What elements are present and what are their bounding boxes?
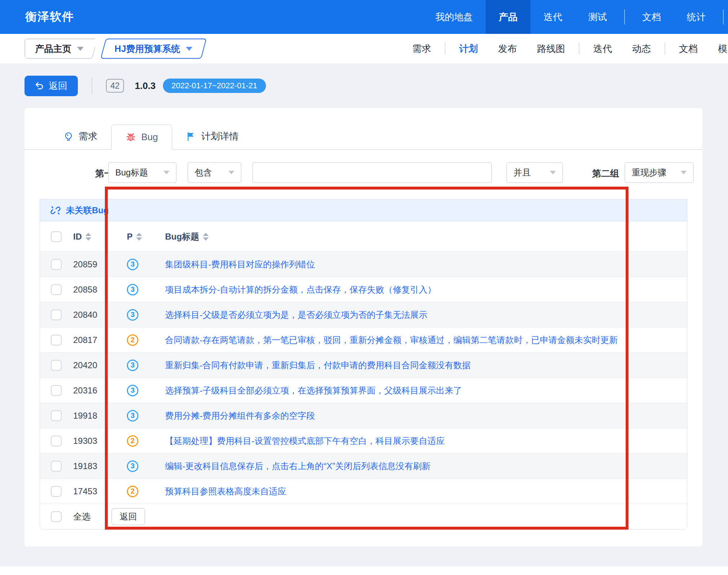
row-checkbox[interactable] <box>51 486 62 497</box>
subnav-item-release[interactable]: 发布 <box>488 43 527 55</box>
table-row: 19303 2 【延期处理】费用科目-设置管控模式底部下午有空白，科目展示要自适… <box>40 428 687 454</box>
table-row: 20316 3 选择预算-子级科目全部必须立项，在选择预算预算界面，父级科目展示… <box>40 378 687 403</box>
row-checkbox[interactable] <box>51 385 62 396</box>
bug-title-link[interactable]: 【延期处理】费用科目-设置管控模式底部下午有空白，科目展示要自适应 <box>165 435 445 447</box>
table-row: 20858 3 项目成本拆分-自动计算的拆分金额，点击保存，保存失败（修复引入） <box>40 277 687 302</box>
table-row: 20420 3 重新归集-合同有付款申请，重新归集后，付款申请的费用科目合同金额… <box>40 353 687 378</box>
chevron-down-icon <box>77 47 84 51</box>
sort-icon[interactable] <box>85 233 91 241</box>
chevron-down-icon <box>550 171 556 174</box>
back-button-label: 返回 <box>49 80 67 92</box>
brand-logo[interactable]: 衡泽软件 <box>25 9 74 25</box>
unlink-icon <box>50 205 61 216</box>
table-header: ID P Bug标题 <box>40 222 687 252</box>
nav-divider <box>624 9 625 24</box>
bug-title-link[interactable]: 费用分摊-费用分摊组件有多余的空字段 <box>165 410 315 422</box>
tab-story-label: 需求 <box>79 130 97 143</box>
subnav-item-doc[interactable]: 文档 <box>669 43 708 55</box>
nav-item-my-zone[interactable]: 我的地盘 <box>422 0 486 34</box>
breadcrumb-product[interactable]: HJ费用预算系统 <box>100 39 207 59</box>
select-all-checkbox-bottom[interactable] <box>51 511 62 522</box>
content-card: 需求 Bug 计划详情 第一组 Bug标题 包含 <box>25 108 702 547</box>
column-header-id[interactable]: ID <box>73 232 125 242</box>
subnav-item-story[interactable]: 需求 <box>402 43 441 55</box>
row-checkbox[interactable] <box>51 259 62 270</box>
priority-badge: 3 <box>127 385 138 396</box>
footer-back-button[interactable]: 返回 <box>111 508 145 525</box>
subnav-item-module[interactable]: 模 <box>708 43 728 55</box>
nav-item-stats[interactable]: 统计 <box>674 0 719 34</box>
nav-item-test[interactable]: 测试 <box>575 0 620 34</box>
subnav-item-dynamics[interactable]: 动态 <box>622 43 661 55</box>
bug-title-link[interactable]: 重新归集-合同有付款申请，重新归集后，付款申请的费用科目合同金额没有数据 <box>165 360 471 371</box>
row-checkbox[interactable] <box>51 461 62 472</box>
subnav-item-iteration[interactable]: 迭代 <box>583 43 622 55</box>
bug-title-link[interactable]: 选择预算-子级科目全部必须立项，在选择预算预算界面，父级科目展示出来了 <box>165 385 462 396</box>
bug-title-link[interactable]: 编辑-更改科目信息保存后，点击右上角的“X”关闭后列表信息没有刷新 <box>165 460 430 472</box>
subnav-divider <box>665 43 665 55</box>
breadcrumb-product-label: HJ费用预算系统 <box>115 43 180 55</box>
bug-title-link[interactable]: 预算科目参照表格高度未自适应 <box>165 486 286 497</box>
tab-story[interactable]: 需求 <box>50 124 111 149</box>
filter-operator-value: 包含 <box>195 167 212 178</box>
tab-bug[interactable]: Bug <box>111 124 172 150</box>
nav-item-product[interactable]: 产品 <box>486 0 531 34</box>
bug-title-link[interactable]: 合同请款-存在两笔请款，第一笔已审核，驳回，重新分摊金额，审核通过，编辑第二笔请… <box>165 334 618 346</box>
product-subnav: 需求 计划 发布 路线图 迭代 动态 文档 模 <box>402 43 728 55</box>
row-checkbox[interactable] <box>51 335 62 346</box>
column-header-priority[interactable]: P <box>125 232 165 242</box>
undo-icon <box>35 81 44 90</box>
select-all-checkbox[interactable] <box>51 231 62 242</box>
priority-badge: 2 <box>127 435 138 447</box>
nav-item-doc[interactable]: 文档 <box>629 0 674 34</box>
row-checkbox[interactable] <box>51 309 62 320</box>
priority-badge: 3 <box>127 410 138 422</box>
nav-divider <box>723 9 724 24</box>
bug-id: 20817 <box>73 335 125 345</box>
main-nav: 我的地盘 产品 迭代 测试 文档 统计 <box>422 0 728 34</box>
subnav-divider <box>445 43 445 55</box>
row-checkbox[interactable] <box>51 436 62 446</box>
filter-field-value: Bug标题 <box>115 167 148 178</box>
bug-title-link[interactable]: 项目成本拆分-自动计算的拆分金额，点击保存，保存失败（修复引入） <box>165 284 436 295</box>
tab-plan-detail[interactable]: 计划详情 <box>172 124 252 149</box>
toolbar-divider <box>92 77 92 94</box>
bug-id: 20858 <box>73 285 125 295</box>
filter-field-select[interactable]: Bug标题 <box>108 162 177 183</box>
bug-id: 19303 <box>73 436 125 446</box>
bug-id: 20859 <box>73 259 125 269</box>
priority-badge: 3 <box>127 309 138 321</box>
bug-id: 17453 <box>73 486 125 496</box>
breadcrumb-home[interactable]: 产品主页 <box>25 39 95 59</box>
table-body: 20859 3 集团级科目-费用科目对应的操作列错位 20858 3 项目成本拆… <box>40 252 687 504</box>
bug-title-link[interactable]: 选择科目-父级是否必须立项为是，是否必须立项为否的子集无法展示 <box>165 309 427 321</box>
unlinked-bug-link[interactable]: 未关联Bug <box>66 205 109 216</box>
bug-title-link[interactable]: 集团级科目-费用科目对应的操作列错位 <box>165 259 315 270</box>
filter-conjunction-select[interactable]: 并且 <box>506 162 563 183</box>
bug-id: 19918 <box>73 411 125 421</box>
row-checkbox[interactable] <box>51 360 62 371</box>
filter-group2-label: 第二组 <box>592 168 619 179</box>
priority-badge: 3 <box>127 460 138 472</box>
filter-keyword-input[interactable] <box>252 162 492 183</box>
bug-id: 20420 <box>73 360 125 370</box>
count-badge: 42 <box>106 79 124 93</box>
subnav-item-plan[interactable]: 计划 <box>449 43 488 55</box>
bug-id: 19183 <box>73 461 125 471</box>
nav-item-iteration[interactable]: 迭代 <box>531 0 575 34</box>
column-header-title[interactable]: Bug标题 <box>165 231 687 242</box>
row-checkbox[interactable] <box>51 410 62 421</box>
sort-icon[interactable] <box>136 233 142 241</box>
top-navbar: 衡泽软件 我的地盘 产品 迭代 测试 文档 统计 <box>0 0 728 34</box>
filter-operator-select[interactable]: 包含 <box>187 162 241 183</box>
row-checkbox[interactable] <box>51 284 62 295</box>
back-button[interactable]: 返回 <box>25 76 78 96</box>
subnav-item-roadmap[interactable]: 路线图 <box>527 43 575 55</box>
sort-icon[interactable] <box>203 233 209 241</box>
chevron-down-icon <box>164 171 169 174</box>
breadcrumb-bar: 产品主页 HJ费用预算系统 需求 计划 发布 路线图 迭代 动态 文档 模 <box>0 34 728 63</box>
table-row: 19183 3 编辑-更改科目信息保存后，点击右上角的“X”关闭后列表信息没有刷… <box>40 454 687 479</box>
filter-field2-select[interactable]: 重现步骤 <box>625 162 694 183</box>
version-label: 1.0.3 <box>135 80 156 92</box>
lightbulb-icon <box>63 132 74 142</box>
